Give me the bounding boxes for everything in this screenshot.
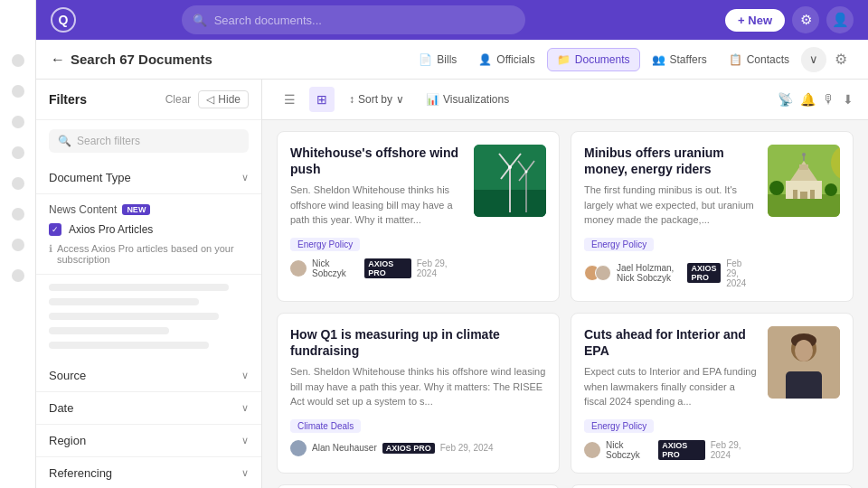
hide-icon: ◁	[206, 93, 214, 106]
tab-documents-label: Documents	[575, 53, 630, 66]
article-card[interactable]: Minibus offers uranium money, energy rid…	[571, 131, 854, 302]
nav-right: + New ⚙ 👤	[725, 6, 854, 33]
skeleton-line	[49, 313, 219, 320]
filter-search-input[interactable]	[77, 135, 240, 147]
sidebar-dot	[12, 85, 24, 98]
source-badge: AXIOS PRO	[382, 443, 435, 454]
more-tabs-button[interactable]: ∨	[801, 47, 826, 72]
svg-point-6	[508, 165, 512, 169]
sort-icon: ↕	[349, 93, 354, 106]
filters-title: Filters	[49, 92, 87, 107]
new-button[interactable]: + New	[725, 9, 785, 32]
article-date: Feb 29, 2024	[726, 258, 757, 288]
author-name: Nick Sobczyk	[606, 440, 653, 460]
global-search-bar[interactable]: 🔍	[182, 5, 525, 34]
user-icon-btn[interactable]: 👤	[826, 6, 854, 33]
filter-section-date[interactable]: Date ∨	[36, 392, 261, 425]
tab-staffers[interactable]: 👥 Staffers	[642, 48, 717, 71]
filter-section-referencing[interactable]: Referencing ∨	[36, 457, 261, 488]
filter-section-header-region[interactable]: Region ∨	[49, 434, 249, 447]
chevron-down-icon: ∨	[241, 172, 249, 183]
author-name: Jael Holzman, Nick Sobczyk	[617, 263, 682, 283]
bookmark-icon[interactable]: 🔔	[800, 92, 816, 107]
viz-label: Visualizations	[443, 93, 509, 106]
article-title: Minibus offers uranium money, energy rid…	[584, 145, 757, 177]
back-button[interactable]: ← Search 67 Documents	[51, 52, 212, 68]
article-content: Whitehouse's offshore wind push Sen. She…	[290, 145, 463, 288]
chevron-down-icon: ∨	[241, 467, 249, 479]
article-summary: Expect cuts to Interior and EPA funding …	[584, 364, 757, 409]
chevron-down-icon: ∨	[241, 435, 249, 446]
tab-contacts[interactable]: 📋 Contacts	[719, 48, 799, 71]
svg-rect-21	[800, 192, 807, 199]
source-badge: AXIOS PRO	[687, 263, 721, 283]
article-card[interactable]: Model for jet fuel tax credit is delayed…	[571, 484, 854, 488]
back-arrow-icon: ←	[51, 52, 65, 68]
sidebar-dot	[12, 177, 24, 190]
rss-icon[interactable]: 📡	[778, 92, 793, 107]
sidebar-dots	[0, 0, 36, 488]
filter-search-icon: 🔍	[58, 135, 71, 147]
view-grid-button[interactable]: ⊞	[309, 87, 335, 112]
tab-officials[interactable]: 👤 Officials	[468, 48, 544, 71]
article-card[interactable]: Cuts ahead for Interior and EPA Expect c…	[571, 313, 854, 474]
article-summary: Sen. Sheldon Whitehouse thinks his offsh…	[290, 364, 546, 409]
author-avatar-2	[595, 265, 611, 281]
access-note-text: Access Axios Pro articles based on your …	[57, 243, 249, 265]
article-content: Cuts ahead for Interior and EPA Expect c…	[584, 326, 757, 460]
filter-section-region[interactable]: Region ∨	[36, 425, 261, 457]
axios-pro-checkbox[interactable]	[49, 223, 61, 236]
chevron-down-icon: ∨	[241, 402, 249, 414]
filter-section-document-type[interactable]: Document Type ∨	[36, 162, 261, 194]
article-tag: Climate Deals	[290, 419, 361, 433]
tab-bills[interactable]: 📄 Bills	[409, 48, 467, 71]
settings-icon-btn[interactable]: ⚙	[792, 6, 819, 33]
article-date: Feb 29, 2024	[440, 443, 494, 453]
svg-point-23	[825, 183, 837, 196]
author-avatar	[584, 442, 600, 458]
skeleton-line	[49, 298, 199, 305]
article-card[interactable]: BlackRock backs German solar roof firm E…	[277, 484, 560, 488]
filter-section-source[interactable]: Source ∨	[36, 360, 261, 392]
article-meta: Alan Neuhauser AXIOS PRO Feb 29, 2024	[290, 440, 546, 456]
article-tag: Energy Policy	[584, 419, 654, 433]
filter-section-header-source[interactable]: Source ∨	[49, 369, 249, 382]
global-search-input[interactable]	[214, 14, 514, 27]
svg-point-22	[769, 181, 784, 195]
clear-filters-button[interactable]: Clear	[165, 93, 192, 106]
article-meta: Jael Holzman, Nick Sobczyk AXIOS PRO Feb…	[584, 258, 757, 288]
sub-settings-icon[interactable]: ⚙	[828, 47, 854, 72]
contacts-icon: 📋	[729, 53, 742, 66]
new-badge: NEW	[122, 204, 150, 215]
article-title: How Q1 is measuring up in climate fundra…	[290, 326, 546, 359]
article-card[interactable]: Whitehouse's offshore wind push Sen. She…	[277, 131, 560, 302]
filter-search-box[interactable]: 🔍	[49, 129, 249, 153]
download-icon[interactable]: ⬇	[843, 92, 854, 107]
sort-label: Sort by	[358, 93, 392, 106]
hide-filters-button[interactable]: ◁ Hide	[198, 90, 249, 108]
visualizations-button[interactable]: 📊 Visualizations	[419, 89, 516, 109]
skeleton-line	[49, 342, 209, 349]
svg-rect-27	[786, 371, 822, 399]
filter-section-header-doc-type[interactable]: Document Type ∨	[49, 171, 249, 184]
filter-section-header-date[interactable]: Date ∨	[49, 401, 249, 415]
article-tag: Energy Policy	[290, 238, 360, 251]
mic-icon[interactable]: 🎙	[823, 92, 835, 107]
filters-actions: Clear ◁ Hide	[165, 90, 249, 108]
view-list-button[interactable]: ☰	[277, 87, 302, 112]
article-image	[768, 326, 840, 399]
filter-section-header-referencing[interactable]: Referencing ∨	[49, 466, 249, 480]
author-avatars	[584, 265, 611, 281]
article-meta: Nick Sobczyk AXIOS PRO Feb 29, 2024	[584, 440, 757, 460]
article-card[interactable]: How Q1 is measuring up in climate fundra…	[277, 313, 560, 474]
sort-by-button[interactable]: ↕ Sort by ∨	[342, 89, 411, 109]
officials-icon: 👤	[478, 53, 492, 66]
source-label: Source	[49, 369, 86, 382]
article-image	[768, 145, 840, 217]
axios-pro-label: Axios Pro Articles	[69, 223, 153, 236]
axios-pro-checkbox-row[interactable]: Axios Pro Articles	[49, 223, 249, 236]
tab-documents[interactable]: 📁 Documents	[547, 48, 640, 71]
app-logo[interactable]: Q	[51, 7, 76, 33]
article-title: Cuts ahead for Interior and EPA	[584, 326, 757, 359]
article-content: How Q1 is measuring up in climate fundra…	[290, 326, 546, 460]
